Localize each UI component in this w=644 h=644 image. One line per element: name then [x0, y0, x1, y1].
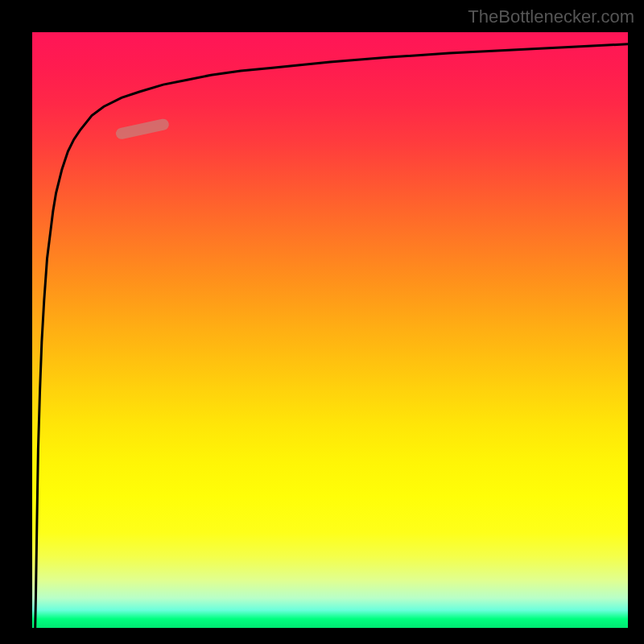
bottleneck-curve [35, 44, 628, 628]
chart-svg [32, 32, 628, 628]
watermark-text: TheBottlenecker.com [468, 6, 634, 27]
chart-plot-area [32, 32, 628, 628]
highlight-segment [122, 125, 163, 134]
